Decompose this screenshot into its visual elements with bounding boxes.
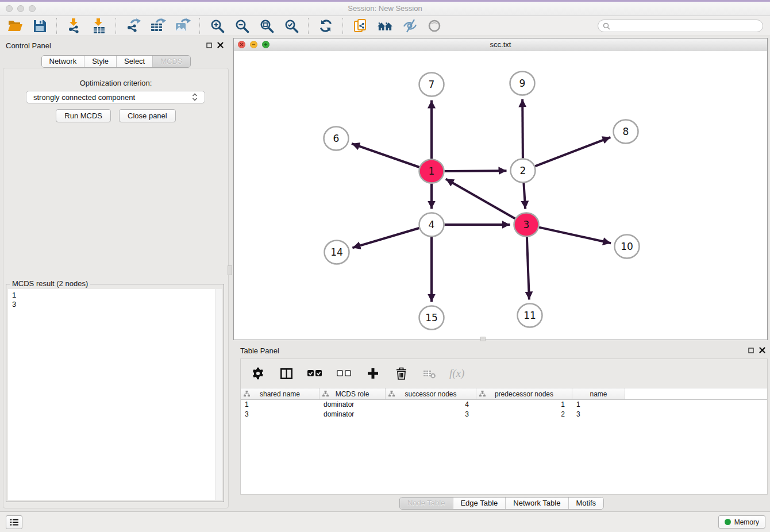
tab-edge-table[interactable]: Edge Table (452, 498, 505, 509)
show-columns-button[interactable] (278, 365, 294, 381)
graph-edge-3-11[interactable] (527, 237, 529, 300)
import-table-button[interactable] (91, 18, 107, 34)
export-image-button[interactable] (175, 18, 191, 34)
table-row[interactable]: 1dominator411 (241, 400, 767, 410)
tab-motifs[interactable]: Motifs (568, 498, 603, 509)
window-title: Session: New Session (0, 2, 770, 16)
graph-node-10[interactable]: 10 (615, 235, 640, 259)
tab-select[interactable]: Select (116, 56, 152, 67)
close-panel-button[interactable]: Close panel (119, 109, 176, 122)
export-table-icon (151, 18, 166, 33)
graph-edge-2-3[interactable] (523, 183, 525, 209)
graph-node-4[interactable]: 4 (419, 213, 444, 237)
open-session-button[interactable] (7, 18, 23, 34)
graph-node-9[interactable]: 9 (510, 72, 535, 95)
tab-network-table[interactable]: Network Table (505, 498, 568, 509)
export-table-button[interactable] (150, 18, 166, 34)
float-panel-icon[interactable] (748, 348, 754, 353)
hide-selected-button[interactable] (402, 18, 418, 34)
graph-node-8[interactable]: 8 (614, 120, 638, 144)
table-options-button[interactable] (250, 365, 266, 381)
criterion-selected-value: strongly connected component (33, 93, 192, 102)
network-canvas[interactable]: 7968124314101511 (234, 51, 767, 340)
tab-network[interactable]: Network (41, 56, 84, 67)
graph-edge-1-2[interactable] (445, 171, 507, 171)
column-header-mcds-role[interactable]: MCDS role (319, 388, 386, 399)
table-splitter-handle[interactable] (480, 337, 486, 341)
graph-node-label: 9 (519, 78, 526, 89)
table-cell: 2 (476, 410, 572, 419)
search-box[interactable] (598, 20, 763, 32)
table-panel: Table Panel (233, 342, 770, 512)
mcds-result-text[interactable]: 1 3 (8, 289, 222, 500)
graph-node-3[interactable]: 3 (514, 213, 539, 237)
column-header-predecessor-nodes[interactable]: predecessor nodes (476, 388, 572, 399)
network-graph[interactable]: 7968124314101511 (234, 51, 767, 340)
maximize-view-icon[interactable] (262, 41, 270, 48)
graph-edge-1-6[interactable] (352, 144, 419, 167)
graph-node-6[interactable]: 6 (324, 127, 349, 151)
deselect-all-columns-button[interactable] (336, 365, 353, 381)
float-panel-icon[interactable] (206, 43, 212, 48)
network-window-titlebar[interactable]: scc.txt (234, 38, 767, 52)
node-table[interactable]: shared nameMCDS rolesuccessor nodesprede… (241, 388, 767, 494)
column-type-icon (322, 391, 329, 397)
import-network-button[interactable] (66, 18, 82, 34)
show-all-button[interactable] (426, 18, 442, 34)
search-input[interactable] (613, 21, 758, 30)
tab-style[interactable]: Style (84, 56, 116, 67)
table-toolbar: f(x) (241, 359, 767, 388)
zoom-selected-button[interactable] (283, 18, 299, 34)
memory-button[interactable]: Memory (718, 515, 765, 529)
criterion-select[interactable]: strongly connected component (26, 91, 205, 103)
panel-splitter-handle[interactable] (228, 265, 232, 275)
export-network-button[interactable] (125, 18, 141, 34)
graph-node-label: 10 (621, 241, 633, 252)
graph-node-11[interactable]: 11 (518, 304, 542, 327)
graph-edge-2-9[interactable] (522, 99, 523, 159)
zoom-out-button[interactable] (234, 18, 250, 34)
select-all-columns-button[interactable] (306, 365, 324, 381)
graph-edge-4-14[interactable] (352, 228, 419, 248)
minimize-view-icon[interactable] (250, 41, 257, 48)
toolbar-separator (342, 18, 344, 34)
graph-edge-3-1[interactable] (446, 179, 515, 219)
memory-status-icon (725, 519, 731, 525)
column-header-successor-nodes[interactable]: successor nodes (386, 388, 476, 399)
zoom-in-button[interactable] (209, 18, 225, 34)
first-neighbors-button[interactable] (377, 18, 393, 34)
apply-function-button[interactable]: f(x) (449, 367, 464, 380)
delete-table-button[interactable] (421, 365, 437, 381)
graph-node-14[interactable]: 14 (325, 241, 349, 264)
add-column-button[interactable] (365, 365, 381, 381)
tab-mcds[interactable]: MCDS (152, 56, 190, 67)
table-cell: dominator (319, 410, 386, 419)
graph-node-7[interactable]: 7 (419, 73, 444, 97)
column-header-shared-name[interactable]: shared name (241, 388, 319, 399)
table-cell: 1 (572, 400, 625, 410)
graph-node-2[interactable]: 2 (511, 159, 536, 183)
zoom-out-icon (235, 19, 249, 33)
graph-node-label: 14 (330, 246, 343, 258)
control-panel-title: Control Panel (6, 41, 51, 50)
task-history-button[interactable] (6, 515, 22, 529)
graph-node-15[interactable]: 15 (419, 306, 444, 330)
column-header-name[interactable]: name (572, 388, 625, 399)
result-scrollbar[interactable] (215, 289, 222, 500)
zoom-fit-button[interactable] (259, 18, 275, 34)
save-session-button[interactable] (32, 18, 48, 34)
run-mcds-button[interactable]: Run MCDS (56, 109, 111, 122)
graph-node-1[interactable]: 1 (419, 160, 444, 183)
close-panel-icon[interactable] (217, 42, 224, 48)
clone-network-button[interactable] (352, 18, 368, 34)
apply-layout-button[interactable] (318, 18, 334, 34)
toolbar-separator (199, 18, 201, 34)
close-view-icon[interactable] (238, 41, 245, 48)
column-label: predecessor nodes (495, 390, 553, 398)
delete-column-button[interactable] (393, 365, 409, 381)
graph-edge-3-10[interactable] (539, 228, 611, 244)
table-row[interactable]: 3dominator323 (241, 410, 767, 419)
close-panel-icon[interactable] (759, 347, 765, 353)
tab-node-table[interactable]: Node Table (400, 498, 453, 509)
graph-edge-2-8[interactable] (535, 137, 610, 167)
